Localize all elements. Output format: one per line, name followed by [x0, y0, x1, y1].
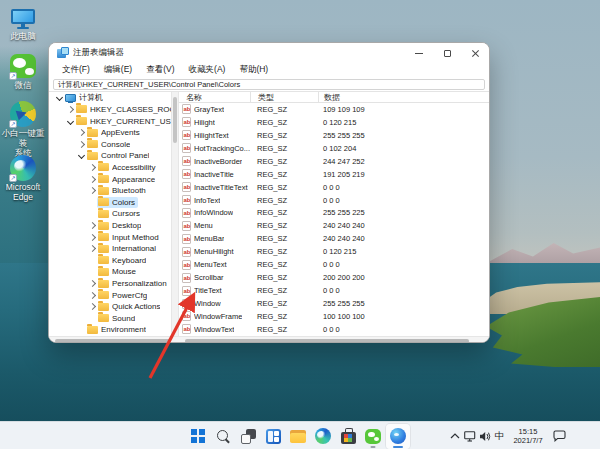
taskbar-button[interactable] — [186, 424, 210, 449]
expand-chevron-icon[interactable] — [87, 290, 97, 301]
tree-item[interactable]: Personalization — [49, 278, 171, 290]
menu-item[interactable]: 收藏夹(A) — [182, 64, 233, 76]
list-horizontal-scrollbar-thumb[interactable] — [185, 339, 469, 343]
registry-value-row[interactable]: WindowText REG_SZ 0 0 0 — [179, 323, 490, 336]
tree-item[interactable]: HKEY_CURRENT_USER — [49, 115, 171, 127]
registry-value-row[interactable]: TitleText REG_SZ 0 0 0 — [179, 284, 490, 297]
expand-chevron-icon[interactable] — [76, 324, 86, 335]
tree-item[interactable]: Bluetooth — [49, 185, 171, 197]
expand-chevron-icon[interactable] — [87, 162, 97, 173]
registry-value-row[interactable]: Menu REG_SZ 240 240 240 — [179, 219, 490, 232]
desktop-icon[interactable]: 小白一键重装 系统 — [0, 100, 46, 158]
registry-value-row[interactable]: InactiveTitle REG_SZ 191 205 219 — [179, 168, 490, 181]
tree-item[interactable]: AppEvents — [49, 127, 171, 139]
tree-item[interactable]: Control Panel — [49, 150, 171, 162]
taskbar-button[interactable] — [361, 424, 385, 449]
desktop-icon[interactable]: Microsoft Edge — [0, 154, 46, 202]
desktop-icon[interactable]: 此电脑 — [0, 3, 46, 41]
expand-chevron-icon[interactable] — [87, 255, 97, 266]
taskbar-button[interactable] — [236, 424, 260, 449]
expand-chevron-icon[interactable] — [76, 150, 86, 161]
tree-item[interactable]: Sound — [49, 313, 171, 325]
ime-indicator[interactable]: 中 — [493, 430, 506, 443]
volume-icon[interactable] — [478, 423, 492, 449]
desktop-icon[interactable]: 微信 — [0, 52, 46, 90]
tree-item[interactable]: Keyboard — [49, 255, 171, 267]
expand-chevron-icon[interactable] — [87, 220, 97, 231]
taskbar-button[interactable] — [211, 424, 235, 449]
tree-horizontal-scrollbar-thumb[interactable] — [55, 339, 171, 343]
expand-chevron-icon[interactable] — [76, 127, 86, 138]
tree-item[interactable]: Desktop — [49, 220, 171, 232]
registry-value-row[interactable]: Window REG_SZ 255 255 255 — [179, 297, 490, 310]
taskbar-button[interactable] — [336, 424, 360, 449]
expand-chevron-icon[interactable] — [87, 185, 97, 196]
menu-item[interactable]: 帮助(H) — [232, 64, 275, 76]
minimize-button[interactable] — [405, 43, 433, 63]
notification-center-icon[interactable] — [550, 423, 568, 449]
tree-item[interactable]: Mouse — [49, 266, 171, 278]
menu-item[interactable]: 查看(V) — [139, 64, 181, 76]
tree-item[interactable]: Appearance — [49, 173, 171, 185]
registry-value-row[interactable]: InfoWindow REG_SZ 255 255 225 — [179, 207, 490, 220]
registry-value-row[interactable]: WindowFrame REG_SZ 100 100 100 — [179, 310, 490, 323]
tree-item[interactable]: PowerCfg — [49, 289, 171, 301]
expand-chevron-icon[interactable] — [87, 232, 97, 243]
registry-value-row[interactable]: HilightText REG_SZ 255 255 255 — [179, 129, 490, 142]
taskbar-button[interactable] — [386, 424, 410, 449]
column-header-data[interactable]: 数据 — [318, 92, 490, 102]
expand-chevron-icon[interactable] — [87, 266, 97, 277]
registry-value-row[interactable]: InfoText REG_SZ 0 0 0 — [179, 194, 490, 207]
tray-chevron-up-icon[interactable] — [448, 423, 462, 449]
taskbar-button[interactable] — [311, 424, 335, 449]
tree-item[interactable]: Environment — [49, 324, 171, 336]
registry-value-row[interactable]: GrayText REG_SZ 109 109 109 — [179, 103, 490, 116]
titlebar[interactable]: 注册表编辑器 — [49, 43, 489, 63]
taskbar-button[interactable] — [286, 424, 310, 449]
maximize-button[interactable] — [433, 43, 461, 63]
registry-value-row[interactable]: MenuText REG_SZ 0 0 0 — [179, 258, 490, 271]
close-button[interactable] — [461, 43, 489, 63]
registry-value-row[interactable]: MenuBar REG_SZ 240 240 240 — [179, 232, 490, 245]
network-icon[interactable] — [463, 423, 477, 449]
registry-value-row[interactable]: InactiveBorder REG_SZ 244 247 252 — [179, 155, 490, 168]
tree-horizontal-scrollbar[interactable] — [49, 336, 179, 343]
tree-vertical-scrollbar-thumb[interactable] — [173, 97, 177, 143]
tree-item[interactable]: 计算机 — [49, 92, 171, 104]
tree-item[interactable]: Input Method — [49, 231, 171, 243]
menu-item[interactable]: 文件(F) — [55, 64, 97, 76]
tree-item[interactable]: Accessibility — [49, 162, 171, 174]
column-header-name[interactable]: 名称 — [179, 92, 250, 102]
registry-value-row[interactable]: HotTrackingCo... REG_SZ 0 102 204 — [179, 142, 490, 155]
registry-value-row[interactable]: InactiveTitleText REG_SZ 0 0 0 — [179, 181, 490, 194]
column-header-type[interactable]: 类型 — [250, 92, 318, 102]
registry-value-row[interactable]: Hilight REG_SZ 0 120 215 — [179, 116, 490, 129]
list-horizontal-scrollbar[interactable] — [179, 336, 490, 343]
expand-chevron-icon[interactable] — [87, 278, 97, 289]
taskbar-button[interactable] — [261, 424, 285, 449]
expand-chevron-icon[interactable] — [87, 313, 97, 324]
expand-chevron-icon[interactable] — [87, 174, 97, 185]
tree-vertical-scrollbar[interactable] — [171, 92, 179, 336]
address-bar[interactable]: 计算机\HKEY_CURRENT_USER\Control Panel\Colo… — [53, 79, 485, 90]
expand-chevron-icon[interactable] — [76, 139, 86, 150]
expand-chevron-icon[interactable] — [65, 104, 75, 115]
expand-chevron-icon[interactable] — [54, 92, 64, 103]
value-data: 200 200 200 — [318, 273, 490, 282]
clock[interactable]: 15:15 2021/7/7 — [507, 427, 549, 445]
menu-item[interactable]: 编辑(E) — [97, 64, 139, 76]
expand-chevron-icon[interactable] — [87, 208, 97, 219]
expand-chevron-icon[interactable] — [87, 197, 97, 208]
tree-item[interactable]: Cursors — [49, 208, 171, 220]
expand-chevron-icon[interactable] — [87, 301, 97, 312]
expand-chevron-icon[interactable] — [65, 116, 75, 127]
tree-item[interactable]: Colors — [49, 196, 171, 208]
tree-item[interactable]: International — [49, 243, 171, 255]
registry-value-row[interactable]: Scrollbar REG_SZ 200 200 200 — [179, 271, 490, 284]
registry-value-row[interactable]: MenuHilight REG_SZ 0 120 215 — [179, 245, 490, 258]
tree-item[interactable]: Console — [49, 138, 171, 150]
tree-item[interactable]: Quick Actions — [49, 301, 171, 313]
tree-item[interactable]: HKEY_CLASSES_ROOT — [49, 104, 171, 116]
registry-tree-pane: 计算机 HKEY_CLASSES_ROOT HKEY_CURRENT — [49, 92, 171, 336]
expand-chevron-icon[interactable] — [87, 243, 97, 254]
